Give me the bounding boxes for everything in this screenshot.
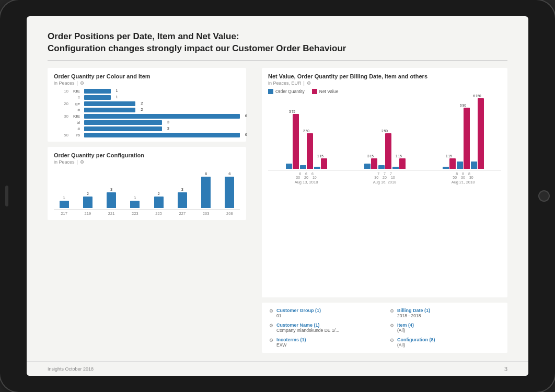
- chart1-title: Order Quantity per Colour and Item: [54, 73, 240, 79]
- vbar-labels: 217 219 221 223 225 227 263 268: [54, 211, 240, 216]
- vbar-col: 6: [196, 171, 216, 208]
- vbar-chart: 1 2 3: [54, 168, 240, 216]
- chart2-section: Order Quantity per Configuration in Peac…: [48, 147, 246, 220]
- vbar-col: 1: [125, 195, 145, 208]
- chart3-subtitle: in Peaces, EUR | ⚙: [268, 80, 501, 86]
- chart1-gear-icon[interactable]: ⚙: [80, 80, 84, 86]
- hbar-row: 20 ge 2: [54, 101, 240, 106]
- filter-section: ⚙ Customer Group (1) 01 ⚙ Billing Date (…: [262, 303, 507, 353]
- filter-gear-icon[interactable]: ⚙: [269, 308, 273, 314]
- right-col: Net Value, Order Quantity per Billing Da…: [262, 68, 507, 353]
- screen: Order Positions per Date, Item and Net V…: [27, 16, 528, 376]
- hbar-row: 10 KIE 1: [54, 89, 240, 94]
- filter-item: ⚙ Item (4) (All): [390, 322, 500, 333]
- vbar-area: 1 2 3: [54, 168, 240, 210]
- netval-legend: Order Quantity Net Value: [268, 89, 501, 94]
- chart2-title: Order Quantity per Configuration: [54, 152, 240, 158]
- vbar-col: 3: [101, 187, 122, 208]
- chart3-section: Net Value, Order Quantity per Billing Da…: [262, 68, 507, 297]
- filter-incoterms: ⚙ Incoterms (1) EXW: [269, 337, 379, 348]
- hbar-row: 30 KIE 6: [54, 114, 240, 119]
- legend-net-value: Net Value: [312, 89, 339, 94]
- netval-bar-area: 3 75: [268, 97, 501, 170]
- chart2-subtitle: in Peaces | ⚙: [54, 159, 240, 165]
- filter-gear-icon[interactable]: ⚙: [269, 338, 273, 343]
- filter-configuration: ⚙ Configuration (8) (All): [390, 337, 500, 348]
- hbar-row: # 3: [54, 126, 240, 131]
- footer-text: Insights October 2018: [48, 366, 94, 372]
- chart3-title: Net Value, Order Quantity per Billing Da…: [268, 73, 501, 79]
- title-divider: [48, 60, 507, 61]
- filter-gear-icon[interactable]: ⚙: [390, 338, 394, 343]
- chart3-gear-icon[interactable]: ⚙: [307, 80, 311, 86]
- chart2-gear-icon[interactable]: ⚙: [80, 159, 84, 165]
- page-content: Order Positions per Date, Item and Net V…: [27, 16, 528, 361]
- filter-customer-name: ⚙ Customer Name (1) Company Inlandskunde…: [269, 322, 379, 333]
- charts-row: Order Quantity per Colour and Item in Pe…: [48, 68, 507, 353]
- chart1-section: Order Quantity per Colour and Item in Pe…: [48, 68, 246, 142]
- filter-gear-icon[interactable]: ⚙: [390, 323, 394, 328]
- filter-billing-date: ⚙ Billing Date (1) 2018 - 2018: [390, 308, 500, 318]
- chart1-subtitle: in Peaces | ⚙: [54, 80, 240, 86]
- hbar-row: bl 3: [54, 120, 240, 125]
- vbar-col: 2: [148, 191, 169, 208]
- vbar-col: 1: [54, 195, 74, 208]
- vbar-col: 6: [219, 171, 240, 208]
- legend-order-qty: Order Quantity: [268, 89, 305, 94]
- netval-group: 1 15: [425, 94, 501, 169]
- filter-gear-icon[interactable]: ⚙: [390, 308, 394, 314]
- page-footer: Insights October 2018 3: [27, 361, 528, 376]
- filter-gear-icon[interactable]: ⚙: [269, 323, 273, 328]
- hbar-row: 50 ro 6: [54, 133, 240, 137]
- footer-page: 3: [504, 366, 507, 372]
- hbar-row: # 2: [54, 108, 240, 112]
- left-col: Order Quantity per Colour and Item in Pe…: [48, 68, 246, 353]
- hbar-row: # 1: [54, 95, 240, 100]
- hbar-chart: 10 KIE 1 # 1: [54, 89, 240, 137]
- netval-group: 3 15: [346, 129, 423, 169]
- tablet-frame: Order Positions per Date, Item and Net V…: [0, 0, 555, 392]
- netval-group: 3 75: [268, 110, 344, 169]
- vbar-col: 2: [77, 191, 98, 208]
- netval-xaxis: 6 6 6 30 20 10 Aug 13, 2018: [268, 172, 501, 185]
- page-title: Order Positions per Date, Item and Net V…: [48, 31, 507, 55]
- filter-customer-group: ⚙ Customer Group (1) 01: [269, 308, 379, 318]
- vbar-col: 3: [172, 187, 192, 208]
